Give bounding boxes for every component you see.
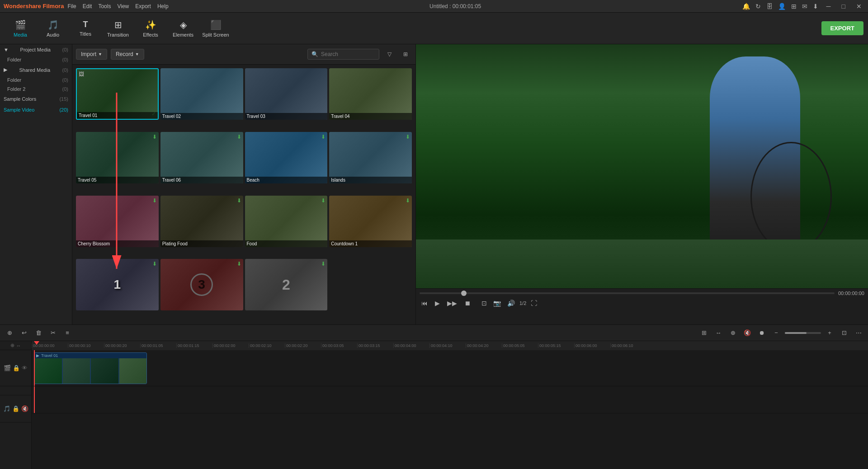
grid-view-button[interactable]: ⊞ <box>399 48 412 61</box>
notifications-icon[interactable]: 🔔 <box>742 3 750 10</box>
media-item-countdown-b[interactable]: ⬇ 3 <box>160 259 243 310</box>
media-item-islands[interactable]: ⬇ Islands <box>329 132 412 183</box>
record-timeline-button[interactable]: ⏺ <box>756 327 768 339</box>
layout-icon[interactable]: ⊞ <box>791 3 797 10</box>
link-button[interactable]: ↔ <box>712 327 724 339</box>
sidebar-project-media-header[interactable]: ▼ Project Media (0) <box>0 44 72 55</box>
sidebar-shared-media-header[interactable]: ▶ Shared Media (0) <box>0 64 72 75</box>
toolbar-effects[interactable]: ✨ Effects <box>135 15 166 42</box>
playhead[interactable] <box>34 341 39 350</box>
toolbar-split-screen[interactable]: ⬛ Split Screen <box>200 15 231 42</box>
menu-file[interactable]: File <box>67 3 76 9</box>
sidebar-project-media-count: (0) <box>62 47 68 52</box>
ruler-mark-13: 00:00:05:05 <box>502 343 538 348</box>
menu-tools[interactable]: Tools <box>98 3 111 9</box>
media-item-cherry[interactable]: ⬇ Cherry Blossom <box>76 196 159 247</box>
add-track-button[interactable]: ⊞ <box>698 327 710 339</box>
audio-icon[interactable]: 🎵 <box>3 405 10 412</box>
video-icon[interactable]: 🎬 <box>4 365 11 371</box>
media-item-travel04[interactable]: Travel 04 <box>329 68 412 120</box>
record-button[interactable]: Record ▼ <box>111 49 144 60</box>
eye-icon[interactable]: 👁 <box>22 365 28 371</box>
menu-help[interactable]: Help <box>157 3 169 9</box>
close-button[interactable]: ✕ <box>854 3 864 10</box>
resize-icon[interactable]: ⊡ <box>480 298 489 309</box>
filter-button[interactable]: ▽ <box>383 48 396 61</box>
stop-button[interactable]: ⏹ <box>462 298 472 309</box>
lock-icon[interactable]: 🔒 <box>13 365 20 371</box>
menu-edit[interactable]: Edit <box>83 3 92 9</box>
volume-icon[interactable]: 🔊 <box>505 298 517 309</box>
media-item-countdown1[interactable]: ⬇ Countdown 1 <box>329 196 412 247</box>
search-input[interactable] <box>321 51 375 57</box>
audio-track[interactable] <box>32 386 868 413</box>
cut-button[interactable]: ✂ <box>47 327 59 339</box>
toolbar-elements[interactable]: ◈ Elements <box>167 15 199 42</box>
play-button[interactable]: ▶ <box>433 298 442 309</box>
fit-timeline-button[interactable]: ⊡ <box>838 327 850 339</box>
media-item-travel01[interactable]: 🖼 ✓ Travel 01 <box>76 68 159 120</box>
sidebar-section-sample-colors: Sample Colors (15) <box>0 94 72 104</box>
ruler-marks: 00:00:00:00 00:00:00:10 00:00:00:20 00:0… <box>32 343 646 348</box>
more-options-button[interactable]: ⋯ <box>853 327 864 339</box>
media-item-travel03[interactable]: Travel 03 <box>245 68 328 120</box>
toolbar-transition[interactable]: ⊞ Transition <box>102 15 134 42</box>
mail-icon[interactable]: ✉ <box>802 3 807 10</box>
scrubber-bar[interactable] <box>420 292 835 294</box>
sidebar-sample-video-header[interactable]: Sample Video (20) <box>0 104 72 115</box>
menu-export[interactable]: Export <box>135 3 151 9</box>
zoom-out-button[interactable]: − <box>770 327 782 339</box>
toolbar-audio[interactable]: 🎵 Audio <box>37 15 69 42</box>
timeline-track-labels: ⊕ ↔ 🎬 🔒 👁 🎵 🔒 🔇 <box>0 341 32 469</box>
timeline-clip-travel01[interactable]: ▶ Travel 01 <box>34 352 147 384</box>
undo-button[interactable]: ↩ <box>18 327 30 339</box>
main-area: ▼ Project Media (0) Folder (0) ▶ Shared … <box>0 44 868 324</box>
export-button[interactable]: EXPORT <box>821 21 863 35</box>
media-item-countdown-a[interactable]: ⬇ 1 <box>76 259 159 310</box>
timeline-tracks[interactable]: 00:00:00:00 00:00:00:10 00:00:00:20 00:0… <box>32 341 868 469</box>
titlebar-left: Wondershare Filmora File Edit Tools View… <box>4 3 169 9</box>
sidebar-sample-colors-header[interactable]: Sample Colors (15) <box>0 94 72 104</box>
storage-icon[interactable]: 🗄 <box>766 3 773 10</box>
toolbar-media[interactable]: 🎬 Media <box>5 15 36 42</box>
fast-forward-button[interactable]: ▶▶ <box>445 298 459 309</box>
add-marker-button[interactable]: ⊕ <box>4 327 15 339</box>
media-item-travel05[interactable]: ⬇ Travel 05 <box>76 132 159 183</box>
scrubber-knob[interactable] <box>461 291 467 296</box>
minimize-button[interactable]: ─ <box>824 3 834 10</box>
sync-icon[interactable]: ↻ <box>755 3 761 10</box>
ruler-mark-11: 00:00:04:10 <box>429 343 466 348</box>
import-button[interactable]: Import ▼ <box>76 49 107 60</box>
menu-view[interactable]: View <box>117 3 129 9</box>
media-item-travel06[interactable]: ⬇ Travel 06 <box>160 132 243 183</box>
add-video-track-icon[interactable]: ⊕ <box>10 342 14 348</box>
audio-lock-icon[interactable]: 🔒 <box>12 405 19 412</box>
ruler-mark-3: 00:00:01:05 <box>140 343 176 348</box>
account-icon[interactable]: 👤 <box>778 3 786 10</box>
fullscreen-icon[interactable]: ⛶ <box>529 298 539 309</box>
media-item-plating[interactable]: ⬇ Plating Food <box>160 196 243 247</box>
media-item-countdown-c[interactable]: ⬇ 2 <box>245 259 328 310</box>
maximize-button[interactable]: □ <box>839 3 848 10</box>
snapshot-icon[interactable]: 📷 <box>491 298 503 309</box>
mute-button[interactable]: 🔇 <box>741 327 753 339</box>
media-item-beach[interactable]: ⬇ Beach <box>245 132 328 183</box>
zoom-in-button[interactable]: + <box>824 327 835 339</box>
titlebar-controls: 🔔 ↻ 🗄 👤 ⊞ ✉ ⬇ ─ □ ✕ <box>742 3 864 10</box>
redo-button[interactable]: 🗑 <box>33 327 44 339</box>
video-track[interactable]: ▶ Travel 01 <box>32 350 868 386</box>
split-button[interactable]: ≡ <box>61 327 73 339</box>
zoom-slider[interactable] <box>785 332 821 334</box>
link-tracks-icon[interactable]: ↔ <box>16 343 21 348</box>
audio-mute-icon[interactable]: 🔇 <box>21 405 28 412</box>
download-icon[interactable]: ⬇ <box>813 3 818 10</box>
sidebar-item-project-folder[interactable]: Folder (0) <box>0 55 72 64</box>
sidebar-item-shared-folder2[interactable]: Folder 2 (0) <box>0 84 72 94</box>
media-item-travel02[interactable]: Travel 02 <box>160 68 243 120</box>
step-back-button[interactable]: ⏮ <box>420 298 429 309</box>
media-item-food[interactable]: ⬇ Food <box>245 196 328 247</box>
add-layer-button[interactable]: ⊕ <box>727 327 739 339</box>
timeline-toolbar: ⊕ ↩ 🗑 ✂ ≡ ⊞ ↔ ⊕ 🔇 ⏺ − + ⊡ ⋯ <box>0 325 868 341</box>
toolbar-titles[interactable]: T Titles <box>70 15 101 42</box>
sidebar-item-shared-folder[interactable]: Folder (0) <box>0 75 72 84</box>
